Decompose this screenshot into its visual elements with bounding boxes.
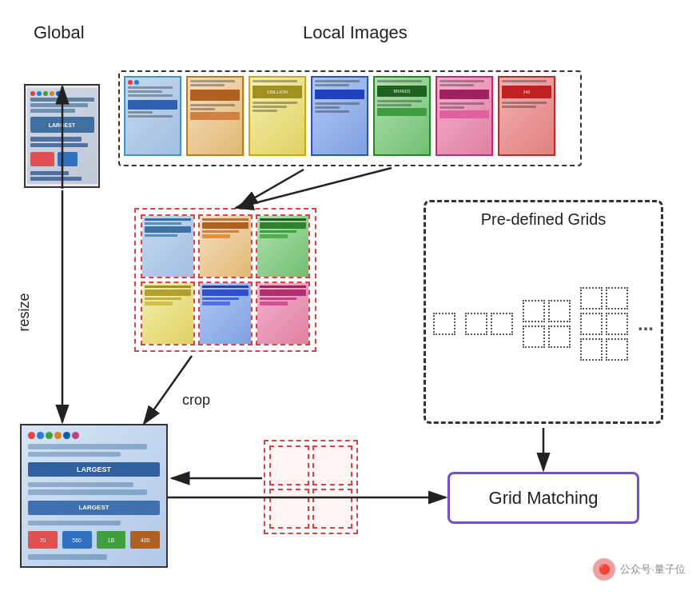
crop-cell-1 [141,214,195,278]
gs-cell [580,287,603,309]
crop-grid [134,208,316,352]
crop-cell-5 [198,282,253,345]
crop-cell-4 [141,282,195,345]
global-thumbnail: LARGEST [24,84,100,188]
local-thumb-1 [124,76,181,156]
gs-cell [523,325,545,348]
local-thumb-6 [436,76,493,156]
local-thumb-2 [186,76,244,156]
grid-matching-box: Grid Matching [447,472,639,524]
src-cell-1 [269,445,309,485]
gs-cell [606,313,628,335]
watermark-icon: 🔴 [593,558,615,581]
svg-line-9 [236,168,392,208]
ellipsis: ... [638,313,654,335]
gs-cell [606,338,628,361]
src-cell-2 [312,445,352,485]
gs-cell [548,300,571,322]
local-thumb-5: BRANDS [373,76,431,156]
gs-cell [465,313,487,335]
big-global-image: LARGEST LARGEST 70 560 1B 400 [20,424,168,568]
grid-samples-row: ... [433,287,654,361]
crop-label: crop [182,392,210,409]
src-cell-3 [269,489,309,529]
grid-sample-2x2 [523,300,571,348]
svg-line-5 [144,356,192,424]
grid-matching-label: Grid Matching [489,488,599,509]
watermark: 🔴 公众号·量子位 [593,558,686,581]
diagram-container: Global Local Images LARGEST [0,0,700,595]
src-cell-4 [312,489,352,529]
local-thumb-4 [311,76,368,156]
crop-cell-2 [198,214,253,278]
local-images-label: Local Images [303,22,408,43]
local-thumb-3: 1BILLION [249,76,306,156]
local-images-row: 1BILLION BRANDS [124,76,555,156]
gs-cell [606,287,628,309]
small-red-grid [264,440,358,534]
gs-cell [433,313,455,335]
watermark-text: 公众号·量子位 [620,562,686,577]
global-label: Global [34,22,85,43]
resize-label: resize [16,293,33,331]
grid-sample-1x1 [433,313,455,335]
local-thumb-7: 240 [498,76,555,156]
svg-line-4 [240,170,304,206]
gs-cell [580,338,603,361]
gs-cell [491,313,513,335]
crop-cell-6 [256,282,310,345]
gs-cell [523,300,545,322]
grid-sample-2x1 [465,313,513,335]
gs-cell [580,313,603,335]
predefined-grids-box: Pre-defined Grids [424,200,663,424]
gs-cell [548,325,571,348]
predefined-grids-label: Pre-defined Grids [426,210,661,229]
crop-cell-3 [256,214,310,278]
grid-sample-2x3 [580,287,628,361]
